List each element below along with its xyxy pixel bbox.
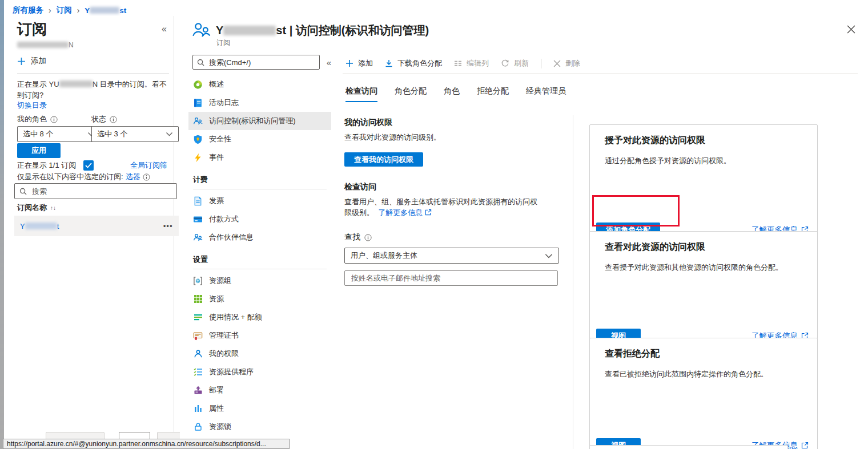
my-access-description: 查看我对此资源的访问级别。 — [344, 132, 564, 143]
find-search-input[interactable] — [350, 273, 552, 283]
blade-menu: « 概述 活动日志 访问控制(标识和访问管理) 安全性 事件 计费 发票 — [188, 55, 331, 436]
menu-item-properties[interactable]: 属性 — [188, 399, 331, 418]
status-dropdown[interactable]: 选中 3 个 — [91, 126, 179, 142]
my-role-dropdown[interactable]: 选中 8 个 — [17, 126, 101, 142]
menu-item-deployments[interactable]: 部署 — [188, 381, 331, 399]
subscription-row[interactable]: Yt ••• — [14, 216, 179, 236]
menu-item-resource-groups[interactable]: 资源组 — [188, 272, 331, 290]
view-my-access-button[interactable]: 查看我的访问权限 — [344, 152, 423, 167]
breadcrumb-current-suffix: st — [119, 6, 126, 15]
subscription-search-input[interactable] — [31, 187, 172, 196]
breadcrumb-current-prefix: Y — [85, 6, 90, 15]
row-more-options-icon[interactable]: ••• — [163, 222, 173, 230]
add-subscription-button[interactable]: 添加 — [17, 56, 46, 66]
menu-item-security[interactable]: 安全性 — [188, 130, 331, 148]
divider — [17, 73, 169, 74]
status-label: 状态 — [91, 114, 106, 124]
tab-bar: 检查访问 角色分配 角色 拒绝分配 经典管理员 — [345, 86, 566, 102]
menu-item-label: 资源组 — [209, 276, 231, 286]
menu-search-box — [192, 55, 320, 70]
add-button[interactable]: 添加 — [345, 58, 373, 68]
grant-access-card: 授予对此资源的访问权限 通过分配角色授予对资源的访问权限。 添加角色分配 了解更… — [589, 124, 818, 244]
subscription-name-link[interactable]: Yt — [20, 222, 59, 230]
grid-icon — [193, 294, 203, 304]
check-access-pane: 我的访问权限 查看我对此资源的访问级别。 查看我的访问权限 检查访问 查看用户、… — [344, 118, 564, 286]
edit-columns-button[interactable]: 编辑列 — [454, 58, 489, 68]
refresh-label: 刷新 — [514, 58, 529, 68]
delete-button[interactable]: 删除 — [553, 58, 580, 68]
info-icon[interactable] — [110, 116, 117, 123]
menu-item-access-control[interactable]: 访问控制(标识和访问管理) — [188, 112, 331, 130]
directory-name: N — [17, 41, 74, 49]
tab-roles[interactable]: 角色 — [444, 86, 460, 102]
menu-item-label: 资源锁 — [209, 422, 231, 432]
refresh-button[interactable]: 刷新 — [501, 58, 529, 68]
my-role-label: 我的角色 — [17, 114, 47, 124]
menu-item-resources[interactable]: 资源 — [188, 290, 331, 308]
partner-people-icon — [193, 233, 203, 242]
chevron-down-icon — [545, 253, 553, 258]
resource-group-icon — [193, 276, 203, 286]
switch-directory-link[interactable]: 切换目录 — [17, 100, 47, 111]
window-edge-strip — [0, 0, 4, 449]
blade-subtitle: 订阅 — [216, 38, 230, 48]
sort-icon: ↑↓ — [50, 205, 56, 211]
info-icon[interactable] — [50, 116, 58, 123]
view-access-card: 查看对此资源的访问权限 查看授予对此资源和其他资源的访问权限的角色分配。 视图 … — [589, 231, 818, 350]
find-type-dropdown[interactable]: 用户、组或服务主体 — [344, 248, 559, 264]
menu-item-my-permissions[interactable]: 我的权限 — [188, 345, 331, 363]
check-access-title: 检查访问 — [344, 182, 564, 192]
menu-item-usage-quotas[interactable]: 使用情况 + 配额 — [188, 308, 331, 326]
breadcrumb-all-services[interactable]: 所有服务 — [13, 5, 43, 15]
redacted-subscription-name — [90, 7, 119, 14]
tab-check-access[interactable]: 检查访问 — [345, 86, 377, 102]
menu-item-overview[interactable]: 概述 — [188, 75, 331, 94]
menu-item-resource-locks[interactable]: 资源锁 — [188, 418, 331, 436]
apply-button[interactable]: 应用 — [17, 143, 61, 158]
menu-item-events[interactable]: 事件 — [188, 148, 331, 167]
table-header-subscription-name[interactable]: 订阅名称 ↑↓ — [17, 203, 56, 213]
menu-search-input[interactable] — [208, 58, 315, 67]
breadcrumb-subscriptions[interactable]: 订阅 — [57, 5, 72, 15]
menu-item-activity-log[interactable]: 活动日志 — [188, 94, 331, 112]
tab-deny-assignments[interactable]: 拒绝分配 — [477, 86, 509, 102]
checklist-icon — [193, 367, 203, 377]
card-description: 查看授予对此资源和其他资源的访问权限的角色分配。 — [605, 262, 802, 273]
info-icon[interactable] — [143, 173, 150, 181]
person-icon — [193, 349, 203, 358]
shield-icon — [193, 135, 203, 144]
menu-item-invoices[interactable]: 发票 — [188, 192, 331, 210]
status-dropdown-value: 选中 3 个 — [97, 129, 127, 139]
usage-bars-icon — [193, 313, 203, 322]
edit-columns-icon — [454, 59, 462, 67]
selected-only-text: 仅显示在以下内容中选定的订阅: — [17, 172, 123, 182]
edit-columns-label: 编辑列 — [467, 58, 489, 68]
menu-item-resource-providers[interactable]: 资源提供程序 — [188, 363, 331, 381]
external-link-icon — [425, 209, 432, 216]
find-search-box — [344, 270, 558, 286]
menu-item-management-certificates[interactable]: 管理证书 — [188, 326, 331, 345]
learn-more-link[interactable]: 了解更多信息 — [378, 208, 423, 217]
blade-title: Yst | 访问控制(标识和访问管理) — [216, 23, 429, 38]
close-icon[interactable] — [847, 25, 855, 35]
menu-collapse-icon[interactable]: « — [327, 58, 331, 67]
toolbar: 添加 下载角色分配 编辑列 刷新 删除 — [345, 56, 580, 71]
menu-item-label: 管理证书 — [209, 330, 239, 341]
selector-link[interactable]: 选器 — [126, 172, 140, 182]
menu-item-partner-information[interactable]: 合作伙伴信息 — [188, 228, 331, 246]
global-filter-checkbox[interactable] — [83, 160, 94, 171]
download-role-assignments-button[interactable]: 下载角色分配 — [385, 58, 442, 68]
menu-item-label: 我的权限 — [209, 349, 239, 359]
menu-section-billing: 计费 — [188, 175, 331, 185]
info-icon[interactable] — [364, 234, 372, 241]
global-subscription-filter-link[interactable]: 全局订阅筛 — [130, 160, 167, 171]
breadcrumb-current-subscription[interactable]: Yst — [85, 6, 126, 15]
tab-classic-administrators[interactable]: 经典管理员 — [526, 86, 566, 102]
tab-role-assignments[interactable]: 角色分配 — [395, 86, 427, 102]
properties-bars-icon — [193, 404, 203, 413]
panel-collapse-icon[interactable]: « — [162, 24, 167, 34]
breadcrumb-separator-icon: › — [77, 6, 80, 15]
menu-item-label: 资源提供程序 — [209, 367, 254, 377]
menu-item-payment-methods[interactable]: 付款方式 — [188, 210, 331, 228]
certificate-icon — [193, 331, 203, 341]
